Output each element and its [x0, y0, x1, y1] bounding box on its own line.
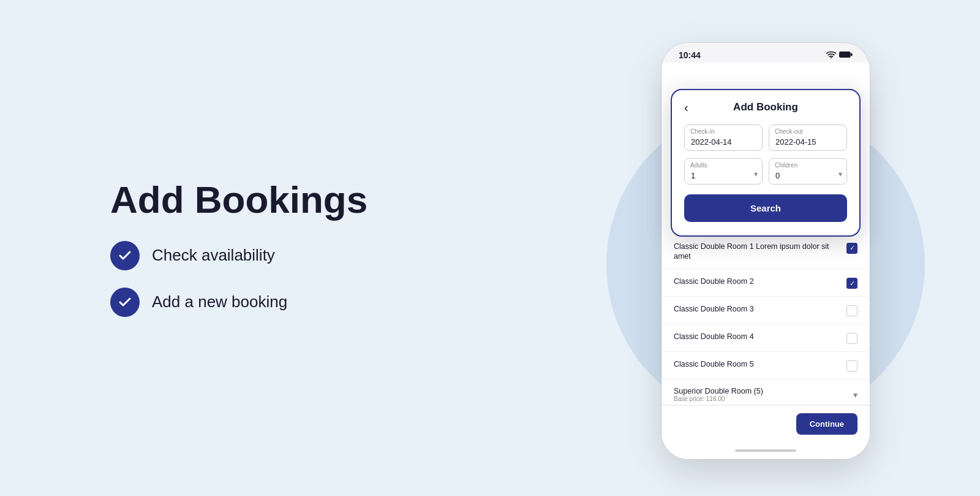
list-item[interactable]: Classic Double Room 2	[662, 269, 870, 297]
room-group-header[interactable]: Superior Double Room (5) Base price: 116…	[662, 380, 870, 405]
add-booking-modal: ‹ Add Booking Check-in Check-out Adults …	[671, 89, 861, 237]
page-title: Add Bookings	[110, 179, 551, 221]
battery-icon	[839, 51, 853, 59]
check-icon-2	[110, 288, 140, 317]
adults-field: Adults 1 2 3 4 ▾	[684, 158, 763, 185]
home-bar	[735, 449, 796, 452]
room-checkbox-4[interactable]	[846, 333, 858, 344]
status-icons	[826, 51, 853, 59]
home-indicator	[662, 444, 870, 459]
room-name-1: Classic Double Room 1 Lorem ipsum dolor …	[674, 242, 846, 262]
children-label: Children	[775, 162, 797, 169]
date-row: Check-in Check-out	[684, 124, 847, 151]
wifi-icon	[826, 51, 836, 59]
checkin-label: Check-in	[690, 128, 714, 135]
adults-label: Adults	[690, 162, 707, 169]
checkin-field: Check-in	[684, 124, 763, 151]
guests-row: Adults 1 2 3 4 ▾ Children 0 1 2 3 ▾	[684, 158, 847, 185]
feature-list: Check availability Add a new booking	[110, 241, 551, 317]
room-name-4: Classic Double Room 4	[674, 332, 846, 341]
room-checkbox-3[interactable]	[846, 305, 858, 316]
modal-header: ‹ Add Booking	[684, 101, 847, 113]
status-time: 10:44	[679, 50, 701, 60]
room-name-3: Classic Double Room 3	[674, 304, 846, 314]
list-item[interactable]: Classic Double Room 5	[662, 352, 870, 380]
check-icon-1	[110, 241, 140, 270]
list-item[interactable]: Classic Double Room 3	[662, 297, 870, 324]
room-checkbox-5[interactable]	[846, 361, 858, 372]
back-button[interactable]: ‹	[684, 101, 688, 113]
room-group-name: Superior Double Room (5)	[674, 387, 763, 395]
status-bar: 10:44	[662, 43, 870, 63]
checkout-field: Check-out	[769, 124, 847, 151]
svg-rect-1	[839, 52, 851, 58]
list-item[interactable]: Classic Double Room 4	[662, 324, 870, 352]
feature-item-1: Check availability	[110, 241, 551, 270]
continue-button[interactable]: Continue	[796, 413, 858, 435]
checkout-label: Check-out	[775, 128, 803, 135]
room-name-5: Classic Double Room 5	[674, 359, 846, 369]
room-checkbox-1[interactable]	[846, 243, 858, 254]
feature-label-1: Check availability	[152, 246, 275, 265]
list-item[interactable]: Classic Double Room 1 Lorem ipsum dolor …	[662, 234, 870, 270]
chevron-down-icon: ▾	[853, 390, 858, 400]
right-section: 10:44	[551, 37, 980, 460]
left-section: Add Bookings Check availability Add a ne…	[0, 179, 551, 316]
modal-title: Add Booking	[733, 101, 798, 113]
svg-rect-2	[851, 53, 853, 56]
room-list: Classic Double Room 1 Lorem ipsum dolor …	[662, 234, 870, 406]
children-field: Children 0 1 2 3 ▾	[769, 158, 847, 185]
search-button[interactable]: Search	[684, 194, 847, 222]
room-name-2: Classic Double Room 2	[674, 277, 846, 286]
phone-footer: Continue	[662, 405, 870, 444]
svg-point-0	[831, 57, 832, 58]
room-checkbox-2[interactable]	[846, 278, 858, 289]
feature-item-2: Add a new booking	[110, 288, 551, 317]
feature-label-2: Add a new booking	[152, 292, 287, 311]
room-group-sub: Base price: 116.00	[674, 395, 763, 402]
